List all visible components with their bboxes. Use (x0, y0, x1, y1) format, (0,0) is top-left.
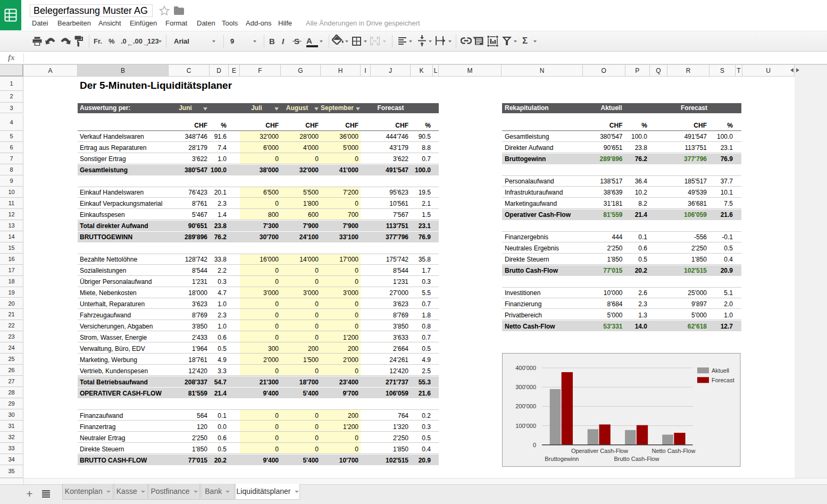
svg-text:0: 0 (533, 441, 536, 448)
svg-text:400'000: 400'000 (515, 365, 536, 371)
svg-text:Aktuell: Aktuell (712, 367, 729, 374)
svg-text:Bruttogewinn: Bruttogewinn (545, 455, 579, 461)
svg-text:Brutto Cash-Flow: Brutto Cash-Flow (614, 455, 659, 461)
svg-text:200'000: 200'000 (515, 403, 536, 409)
svg-text:Netto Cash-Flow: Netto Cash-Flow (651, 447, 695, 453)
svg-text:Forecast: Forecast (712, 377, 734, 383)
svg-text:100'000: 100'000 (515, 422, 536, 429)
svg-text:Operativer Cash-Flow: Operativer Cash-Flow (571, 447, 628, 453)
svg-text:300'000: 300'000 (515, 384, 536, 390)
